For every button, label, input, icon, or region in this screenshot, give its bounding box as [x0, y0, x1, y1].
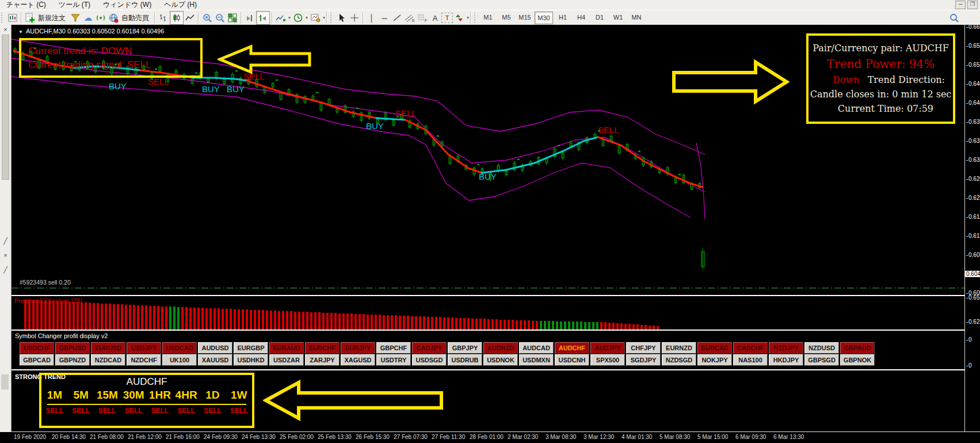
symbol-button-xagusd[interactable]: XAGUSD	[341, 354, 375, 366]
auto-trading-icon[interactable]	[107, 12, 120, 24]
candlestick-icon[interactable]	[170, 11, 184, 25]
timeframe-m15[interactable]: M15	[516, 12, 533, 23]
indicators-icon[interactable]: ▼	[274, 12, 287, 24]
periods-icon[interactable]: ▼	[292, 12, 304, 24]
timeframe-m30[interactable]: M30	[535, 12, 553, 24]
symbol-button-nas100[interactable]: NAS100	[733, 354, 768, 366]
symbol-button-nzdcad[interactable]: NZDCAD	[91, 354, 125, 366]
cloud-icon[interactable]: ☁	[82, 12, 94, 24]
funnel-icon[interactable]	[69, 12, 82, 24]
symbol-button-spx500[interactable]: SPX500	[590, 354, 625, 366]
vertical-line-icon[interactable]: │	[365, 12, 378, 24]
signal-icon[interactable]	[94, 12, 107, 24]
close-icon[interactable]: ×	[2, 26, 9, 33]
menu-item-2[interactable]: ウィンドウ (W)	[97, 0, 158, 10]
symbol-button-gbpaud[interactable]: GBPAUD	[840, 342, 875, 354]
symbol-button-cadchf[interactable]: CADCHF	[733, 342, 768, 354]
price-pane[interactable]: BUYBUYBUYBUYBUYSELLSELLSELLSELL#5923493 …	[12, 25, 965, 294]
symbol-button-usdjpy[interactable]: USDJPY	[127, 342, 161, 354]
symbol-button-euraud[interactable]: EURAUD	[269, 342, 304, 354]
new-order-icon[interactable]	[24, 12, 36, 24]
menu-item-0[interactable]: チャート (C)	[0, 0, 52, 10]
symbol-button-audchf[interactable]: AUDCHF	[555, 342, 589, 354]
scrollbar[interactable]	[2, 35, 9, 180]
timeframe-m1[interactable]: M1	[479, 12, 497, 23]
symbol-button-usdhkd[interactable]: USDHKD	[234, 354, 268, 366]
symbol-button-gbpchf[interactable]: GBPCHF	[376, 342, 411, 354]
symbol-button-eurjpy[interactable]: EURJPY	[341, 342, 375, 354]
symbol-button-audcad[interactable]: AUDCAD	[519, 342, 554, 354]
symbol-button-eurcad[interactable]: EURCAD	[697, 342, 732, 354]
symbol-button-audnzd[interactable]: AUDNZD	[483, 342, 518, 354]
channel-icon[interactable]: E	[403, 12, 416, 24]
menu-item-3[interactable]: ヘルプ (H)	[158, 0, 203, 10]
symbol-button-eurgbp[interactable]: EURGBP	[234, 342, 268, 354]
pen-icon[interactable]: ╱	[2, 237, 9, 245]
symbol-button-audjpy[interactable]: AUDJPY	[590, 342, 625, 354]
symbol-button-gbpnzd[interactable]: GBPNZD	[55, 354, 90, 366]
line-chart-icon[interactable]	[184, 12, 196, 24]
symbol-button-xauusd[interactable]: XAUUSD	[198, 354, 232, 366]
symbol-button-usdchf[interactable]: USDCHF	[20, 342, 54, 354]
symbol-button-chfjpy[interactable]: CHFJPY	[626, 342, 661, 354]
menu-item-1[interactable]: ツール (T)	[52, 0, 97, 10]
symbol-button-nzdchf[interactable]: NZDCHF	[127, 354, 161, 366]
symbol-button-usdnok[interactable]: USDNOK	[483, 354, 518, 366]
symbol-button-nzdusd[interactable]: NZDUSD	[804, 342, 839, 354]
timeframe-mn[interactable]: MN	[628, 12, 645, 23]
symbol-button-usdsgd[interactable]: USDSGD	[412, 354, 447, 366]
symbol-button-nokjpy[interactable]: NOKJPY	[697, 354, 732, 366]
close-icon[interactable]: ×	[2, 252, 9, 259]
label-tool-icon[interactable]: T	[441, 13, 453, 23]
timeframe-h1[interactable]: H1	[554, 12, 571, 23]
crosshair-icon[interactable]	[348, 12, 361, 24]
horizontal-line-icon[interactable]: ─	[378, 12, 391, 24]
symbol-button-sgdjpy[interactable]: SGDJPY	[626, 354, 661, 366]
symbol-button-gbpcad[interactable]: GBPCAD	[20, 354, 54, 366]
timeframe-w1[interactable]: W1	[609, 12, 627, 23]
symbol-button-nzdjpy[interactable]: NZDJPY	[769, 342, 803, 354]
new-chart-icon[interactable]	[6, 12, 19, 24]
auto-trading-label[interactable]: 自動売買	[121, 13, 149, 23]
tile-windows-icon[interactable]	[226, 12, 239, 24]
timeframe-d1[interactable]: D1	[591, 12, 608, 23]
symbol-button-cadjpy[interactable]: CADJPY	[412, 342, 447, 354]
symbol-button-audusd[interactable]: AUDUSD	[198, 342, 232, 354]
symbol-button-usdcad[interactable]: USDCAD	[162, 342, 197, 354]
symbol-button-gbpsgd[interactable]: GBPSGD	[804, 354, 839, 366]
new-order-label[interactable]: 新規注文	[38, 13, 66, 23]
symbol-button-usdcnh[interactable]: USDCNH	[555, 354, 589, 366]
symbol-button-eurchf[interactable]: EURCHF	[305, 342, 340, 354]
fibonacci-icon[interactable]: F	[416, 12, 429, 24]
scrollbar[interactable]	[1, 374, 9, 389]
time-axis[interactable]: 19 Feb 202020 Feb 14:3021 Feb 08:0021 Fe…	[12, 431, 980, 443]
text-tool-icon[interactable]: A	[429, 12, 441, 24]
minimize-icon[interactable]: ─	[955, 1, 966, 9]
restore-icon[interactable]: ❐	[967, 1, 978, 9]
symbol-button-gbpjpy[interactable]: GBPJPY	[448, 342, 482, 354]
trendline-icon[interactable]	[391, 12, 403, 24]
symbol-button-usdrub[interactable]: USDRUB	[448, 354, 482, 366]
chart-dropdown-icon[interactable]: ▼	[18, 29, 23, 35]
indicator-pane[interactable]: PremiumFXScalper (25)	[12, 295, 965, 330]
symbol-button-zarjpy[interactable]: ZARJPY	[305, 354, 340, 366]
cursor-icon[interactable]	[335, 12, 348, 24]
symbol-button-eurnzd[interactable]: EURNZD	[662, 342, 696, 354]
symbol-button-hkdjpy[interactable]: HKDJPY	[769, 354, 803, 366]
symbol-button-usdtry[interactable]: USDTRY	[376, 354, 411, 366]
symbol-button-uk100[interactable]: UK100	[162, 354, 197, 366]
timeframe-h4[interactable]: H4	[573, 12, 590, 23]
symbol-button-usdzar[interactable]: USDZAR	[269, 354, 304, 366]
symbol-button-gbpusd[interactable]: GBPUSD	[55, 342, 90, 354]
pen-icon[interactable]: ╱	[2, 266, 9, 274]
timeframe-m5[interactable]: M5	[498, 12, 515, 23]
zoom-out-icon[interactable]	[213, 12, 226, 24]
autoscroll-icon[interactable]	[256, 11, 270, 25]
search-icon[interactable]	[948, 12, 960, 24]
bar-chart-icon[interactable]	[157, 12, 170, 24]
symbol-button-gbpnok[interactable]: GBPNOK	[840, 354, 875, 366]
arrows-tool-icon[interactable]: ▼	[453, 12, 466, 24]
zoom-in-icon[interactable]	[201, 12, 213, 24]
shift-chart-icon[interactable]	[243, 12, 256, 24]
symbol-button-nzdsgd[interactable]: NZDSGD	[662, 354, 696, 366]
